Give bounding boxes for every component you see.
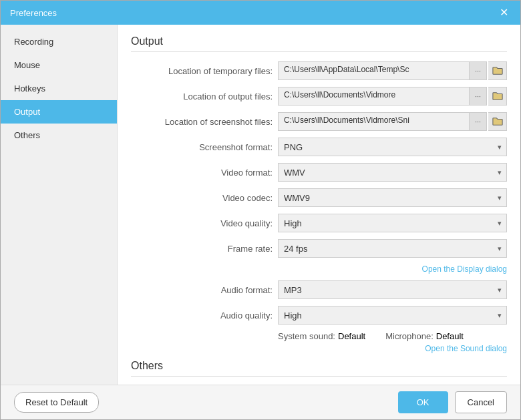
sidebar-item-output[interactable]: Output	[1, 100, 117, 124]
video-quality-select[interactable]: High Medium Low Lossless Custom	[278, 214, 507, 232]
sidebar-item-recording[interactable]: Recording	[1, 30, 117, 53]
open-display-dialog-row: Open the Display dialog	[131, 264, 507, 274]
system-sound-value: Default	[338, 331, 365, 341]
frame-rate-row: Frame rate: 24 fps 20 fps 15 fps 10 fps …	[131, 239, 507, 258]
output-files-dots-button[interactable]: ···	[470, 87, 487, 106]
output-files-label: Location of output files:	[131, 91, 278, 101]
output-files-value: C:\Users\ll\Documents\Vidmore	[278, 87, 470, 106]
reset-to-default-button[interactable]: Reset to Default	[14, 392, 99, 413]
ok-button[interactable]: OK	[398, 391, 448, 413]
output-section-title: Output	[131, 35, 507, 52]
frame-rate-label: Frame rate:	[131, 244, 278, 254]
cancel-button[interactable]: Cancel	[455, 391, 507, 413]
screenshot-files-dots-button[interactable]: ···	[470, 112, 487, 131]
video-quality-wrapper: High Medium Low Lossless Custom ▾	[278, 214, 507, 232]
folder-icon	[492, 66, 503, 75]
others-section-title: Others	[131, 360, 507, 377]
others-section: Others	[131, 360, 507, 377]
footer: Reset to Default OK Cancel	[1, 385, 520, 419]
output-files-row: Location of output files: C:\Users\ll\Do…	[131, 87, 507, 106]
system-sound-text: System sound:Default	[278, 331, 365, 341]
microphone-value: Default	[436, 331, 464, 341]
folder-icon	[492, 117, 503, 126]
audio-quality-row: Audio quality: High Medium Low Lossless …	[131, 306, 507, 325]
video-format-label: Video format:	[131, 168, 278, 178]
audio-format-wrapper: MP3 AAC M4A WMA FLAC ▾	[278, 280, 507, 299]
temp-files-dots-button[interactable]: ···	[470, 61, 487, 80]
video-format-wrapper: WMV MP4 MOV AVI ▾	[278, 163, 507, 182]
video-format-row: Video format: WMV MP4 MOV AVI ▾	[131, 163, 507, 182]
video-quality-row: Video quality: High Medium Low Lossless …	[131, 214, 507, 232]
audio-format-label: Audio format:	[131, 285, 278, 295]
content-area: Recording Mouse Hotkeys Output Others Ou…	[1, 25, 520, 385]
screenshot-files-input-group: C:\Users\ll\Documents\Vidmore\Sni ···	[278, 112, 507, 131]
video-quality-label: Video quality:	[131, 218, 278, 228]
sidebar-item-others[interactable]: Others	[1, 124, 117, 147]
screenshot-format-select[interactable]: PNG JPG BMP GIF	[278, 138, 507, 156]
video-codec-select[interactable]: WMV9 WMV8	[278, 188, 507, 207]
footer-right: OK Cancel	[398, 391, 507, 413]
screenshot-files-folder-button[interactable]	[488, 112, 507, 131]
open-display-dialog-link[interactable]: Open the Display dialog	[422, 264, 507, 274]
window-title: Preferences	[10, 8, 57, 18]
folder-icon	[492, 91, 503, 101]
temp-files-row: Location of temporary files: C:\Users\ll…	[131, 61, 507, 80]
close-button[interactable]: ✕	[497, 6, 511, 19]
temp-files-input-group: C:\Users\ll\AppData\Local\Temp\Sc ···	[278, 61, 507, 80]
main-content: Output Location of temporary files: C:\U…	[118, 25, 520, 385]
sidebar: Recording Mouse Hotkeys Output Others	[1, 25, 118, 385]
temp-files-folder-button[interactable]	[488, 61, 507, 80]
temp-files-value: C:\Users\ll\AppData\Local\Temp\Sc	[278, 61, 470, 80]
microphone-text: Microphone:Default	[385, 331, 464, 341]
screenshot-files-label: Location of screenshot files:	[131, 117, 278, 127]
output-files-folder-button[interactable]	[488, 87, 507, 106]
audio-format-row: Audio format: MP3 AAC M4A WMA FLAC ▾	[131, 280, 507, 299]
screenshot-format-row: Screenshot format: PNG JPG BMP GIF ▾	[131, 138, 507, 156]
frame-rate-select[interactable]: 24 fps 20 fps 15 fps 10 fps 5 fps 1 fps	[278, 239, 507, 258]
screenshot-format-wrapper: PNG JPG BMP GIF ▾	[278, 138, 507, 156]
temp-files-label: Location of temporary files:	[131, 66, 278, 76]
microphone-label: Microphone:	[385, 331, 433, 341]
sidebar-item-hotkeys[interactable]: Hotkeys	[1, 77, 117, 100]
sidebar-item-mouse[interactable]: Mouse	[1, 53, 117, 77]
audio-quality-wrapper: High Medium Low Lossless Custom ▾	[278, 306, 507, 325]
screenshot-files-row: Location of screenshot files: C:\Users\l…	[131, 112, 507, 131]
audio-format-select[interactable]: MP3 AAC M4A WMA FLAC	[278, 280, 507, 299]
video-codec-wrapper: WMV9 WMV8 ▾	[278, 188, 507, 207]
audio-quality-select[interactable]: High Medium Low Lossless Custom	[278, 306, 507, 325]
open-sound-dialog-row: Open the Sound dialog	[131, 344, 507, 353]
frame-rate-wrapper: 24 fps 20 fps 15 fps 10 fps 5 fps 1 fps …	[278, 239, 507, 258]
screenshot-files-value: C:\Users\ll\Documents\Vidmore\Sni	[278, 112, 470, 131]
system-sound-label: System sound:	[278, 331, 335, 341]
screenshot-format-label: Screenshot format:	[131, 142, 278, 152]
audio-quality-label: Audio quality:	[131, 310, 278, 321]
video-codec-row: Video codec: WMV9 WMV8 ▾	[131, 188, 507, 207]
preferences-window: Preferences ✕ Recording Mouse Hotkeys Ou…	[0, 0, 521, 420]
output-files-input-group: C:\Users\ll\Documents\Vidmore ···	[278, 87, 507, 106]
video-codec-label: Video codec:	[131, 193, 278, 203]
video-format-select[interactable]: WMV MP4 MOV AVI	[278, 163, 507, 182]
open-sound-dialog-link[interactable]: Open the Sound dialog	[425, 344, 507, 353]
titlebar: Preferences ✕	[1, 1, 520, 25]
system-sound-row: System sound:Default Microphone:Default	[131, 331, 507, 341]
